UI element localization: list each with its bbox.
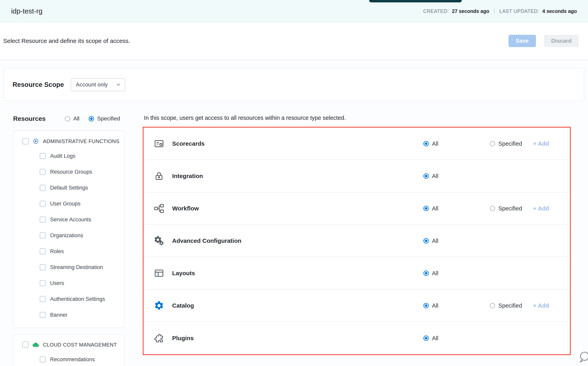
all-label: All xyxy=(432,270,438,276)
item-label: Streaming Destination xyxy=(50,264,103,270)
cloud-cost-icon xyxy=(33,342,39,348)
all-radio[interactable] xyxy=(423,238,429,244)
scope-note: In this scope, users get access to all r… xyxy=(144,115,584,121)
item-checkbox[interactable] xyxy=(40,280,46,286)
all-radio[interactable] xyxy=(423,206,429,211)
item-label: Banner xyxy=(50,312,67,318)
resource-scope-card: Resource Scope Account only xyxy=(4,68,584,101)
tree-item: Service Accounts xyxy=(14,212,124,228)
resource-type-row-workflow: Workflow All Specified + Add xyxy=(144,192,570,225)
resource-type-row-layouts: Layouts All xyxy=(144,257,570,290)
tree-item: Audit Logs xyxy=(14,148,124,164)
resources-panel: Resources All Specified ADMINISTRATIVE F… xyxy=(13,113,124,366)
resources-all-label: All xyxy=(73,115,79,122)
resource-type-row-catalog: Catalog All Specified + Add xyxy=(144,290,570,322)
access-all-option[interactable]: All xyxy=(423,173,438,179)
updated-label: LAST UPDATED: xyxy=(499,8,539,14)
all-label: All xyxy=(432,237,438,244)
resource-type-row-scorecards: Scorecards All Specified + Add xyxy=(144,128,570,160)
access-all-option[interactable]: All xyxy=(423,335,438,341)
all-label: All xyxy=(432,335,438,341)
item-checkbox[interactable] xyxy=(40,248,46,254)
action-bar: Select Resource and define its scope of … xyxy=(0,23,588,59)
specified-radio[interactable] xyxy=(490,141,495,146)
resource-scope-value: Account only xyxy=(76,82,108,88)
resource-types-panel: In this scope, users get access to all r… xyxy=(143,113,584,355)
item-checkbox[interactable] xyxy=(40,169,46,175)
item-checkbox[interactable] xyxy=(40,232,46,238)
access-all-option[interactable]: All xyxy=(423,270,438,276)
all-radio[interactable] xyxy=(423,270,429,276)
resource-type-label: Workflow xyxy=(172,205,199,212)
group-name: CLOUD COST MANAGEMENT xyxy=(43,342,117,348)
catalog-icon xyxy=(154,300,164,311)
cloud-cost-card: CLOUD COST MANAGEMENT Recommendations xyxy=(13,334,124,366)
resources-all-option[interactable]: All xyxy=(65,115,79,122)
resources-title: Resources xyxy=(13,115,46,122)
tree-group-header: ADMINISTRATIVE FUNCTIONS xyxy=(14,135,124,148)
all-radio[interactable] xyxy=(423,173,429,179)
group-name: ADMINISTRATIVE FUNCTIONS xyxy=(43,138,119,145)
action-buttons: Save Discard xyxy=(509,35,579,47)
item-label: Roles xyxy=(50,248,64,255)
tree-item: Resource Groups xyxy=(14,164,124,180)
tree-item: Roles xyxy=(14,244,124,259)
resource-type-label: Integration xyxy=(172,173,203,179)
resources-header: Resources All Specified xyxy=(13,113,124,125)
specified-label: Specified xyxy=(498,302,522,309)
item-checkbox[interactable] xyxy=(40,357,46,362)
item-checkbox[interactable] xyxy=(40,201,46,207)
resource-type-label: Advanced Configuration xyxy=(172,237,241,244)
discard-button[interactable]: Discard xyxy=(544,35,579,47)
access-all-option[interactable]: All xyxy=(423,302,438,309)
admin-functions-card: ADMINISTRATIVE FUNCTIONS Audit Logs Reso… xyxy=(13,130,124,328)
resources-all-radio[interactable] xyxy=(65,116,70,122)
group-checkbox[interactable] xyxy=(22,138,29,145)
all-label: All xyxy=(432,205,438,212)
access-specified-option[interactable]: Specified xyxy=(490,140,522,147)
resources-specified-radio[interactable] xyxy=(89,116,94,122)
item-checkbox[interactable] xyxy=(40,217,46,222)
item-label: Resource Groups xyxy=(50,169,92,175)
save-button[interactable]: Save xyxy=(509,35,536,47)
updated-value: 4 seconds ago xyxy=(542,8,577,14)
tree-item: Recommendations xyxy=(14,351,124,366)
access-all-option[interactable]: All xyxy=(423,237,438,244)
add-link[interactable]: + Add xyxy=(533,302,549,309)
resource-type-row-integration: Integration All xyxy=(144,160,570,192)
resource-type-row-plugins: Plugins All xyxy=(144,322,570,354)
support-widget-icon[interactable] xyxy=(577,351,588,364)
advanced-config-icon xyxy=(154,236,164,246)
item-label: User Groups xyxy=(50,201,80,207)
specified-label: Specified xyxy=(498,140,522,147)
item-checkbox[interactable] xyxy=(40,153,46,159)
tree-item: User Groups xyxy=(14,196,124,212)
all-radio[interactable] xyxy=(423,336,429,341)
add-link[interactable]: + Add xyxy=(533,205,549,212)
access-specified-option[interactable]: Specified xyxy=(490,205,522,212)
tree-item: Streaming Destination xyxy=(14,259,124,275)
group-checkbox[interactable] xyxy=(22,342,29,348)
resource-type-row-advanced-configuration: Advanced Configuration All xyxy=(144,225,570,257)
item-label: Audit Logs xyxy=(50,153,76,159)
created-label: CREATED: xyxy=(423,8,449,14)
access-all-option[interactable]: All xyxy=(423,140,438,147)
page-description: Select Resource and define its scope of … xyxy=(3,38,130,44)
add-link[interactable]: + Add xyxy=(533,140,549,147)
all-radio[interactable] xyxy=(423,303,429,308)
item-checkbox[interactable] xyxy=(40,185,46,191)
layouts-icon xyxy=(154,268,164,278)
specified-radio[interactable] xyxy=(490,303,495,308)
workflow-icon xyxy=(154,203,164,214)
specified-radio[interactable] xyxy=(490,206,495,211)
access-specified-option[interactable]: Specified xyxy=(490,302,522,309)
access-all-option[interactable]: All xyxy=(423,205,438,212)
all-radio[interactable] xyxy=(423,141,429,146)
resources-specified-option[interactable]: Specified xyxy=(89,115,120,122)
item-checkbox[interactable] xyxy=(40,296,46,302)
resources-specified-label: Specified xyxy=(97,115,120,122)
item-checkbox[interactable] xyxy=(40,312,46,318)
resource-scope-dropdown[interactable]: Account only xyxy=(71,78,125,91)
item-checkbox[interactable] xyxy=(40,264,46,270)
resource-type-label: Catalog xyxy=(172,302,194,309)
